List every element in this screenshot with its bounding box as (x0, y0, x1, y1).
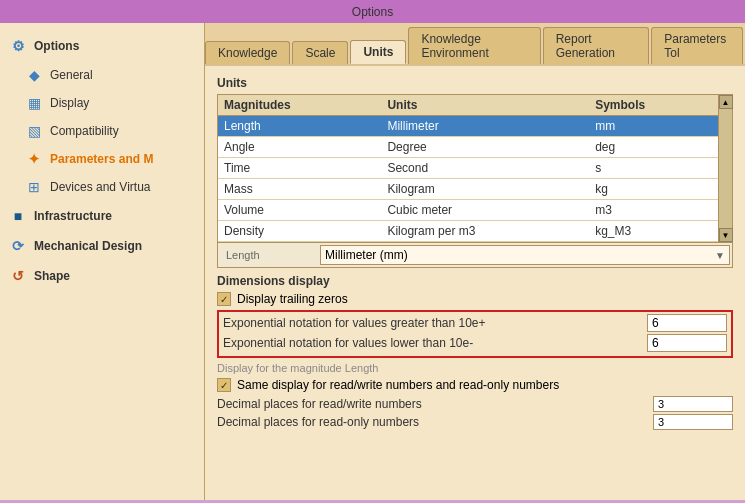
tab-parameters-tol[interactable]: Parameters Tol (651, 27, 743, 64)
trailing-zeros-row: ✓ Display trailing zeros (217, 292, 733, 306)
units-table-container: Magnitudes Units Symbols LengthMillimete… (217, 94, 733, 243)
exp-lower-row: Exponential notation for values lower th… (223, 334, 727, 352)
table-cell-magnitude: Mass (218, 179, 381, 200)
table-cell-magnitude: Volume (218, 200, 381, 221)
table-cell-symbol: kg (589, 179, 718, 200)
table-cell-symbol: kg_M3 (589, 221, 718, 242)
content-area: Knowledge Scale Units Knowledge Environm… (205, 23, 745, 500)
units-dropdown[interactable]: Millimeter (mm) ▼ (320, 245, 730, 265)
tab-bar: Knowledge Scale Units Knowledge Environm… (205, 23, 745, 66)
col-magnitudes: Magnitudes (218, 95, 381, 116)
sidebar-item-compatibility[interactable]: ▧ Compatibility (0, 117, 204, 145)
dimensions-display-section: Dimensions display ✓ Display trailing ze… (217, 274, 733, 430)
dim-section-label: Dimensions display (217, 274, 733, 288)
sidebar-label-shape: Shape (34, 269, 70, 283)
sidebar-item-parameters[interactable]: ✦ Parameters and M (0, 145, 204, 173)
sidebar-item-options[interactable]: ⚙ Options (0, 31, 204, 61)
sidebar: ⚙ Options ◆ General ▦ Display ▧ Compatib… (0, 23, 205, 500)
exp-fields-container: Exponential notation for values greater … (217, 310, 733, 358)
dropdown-label: Length (220, 247, 320, 263)
table-row[interactable]: AngleDegreedeg (218, 137, 718, 158)
table-cell-magnitude: Density (218, 221, 381, 242)
table-cell-unit: Cubic meter (381, 200, 589, 221)
sidebar-label-infrastructure: Infrastructure (34, 209, 112, 223)
table-row[interactable]: LengthMillimetermm (218, 116, 718, 137)
panel-units: Units Magnitudes Units Symbols LengthMil… (205, 66, 745, 500)
trailing-zeros-label: Display trailing zeros (237, 292, 348, 306)
mech-icon: ⟳ (8, 236, 28, 256)
decimal-ro-row: Decimal places for read-only numbers (217, 414, 733, 430)
col-units: Units (381, 95, 589, 116)
exp-lower-label: Exponential notation for values lower th… (223, 336, 647, 350)
tab-knowledge-env[interactable]: Knowledge Environment (408, 27, 540, 64)
table-cell-unit: Degree (381, 137, 589, 158)
same-display-label: Same display for read/write numbers and … (237, 378, 559, 392)
sidebar-label-options: Options (34, 39, 79, 53)
units-dropdown-row: Length Millimeter (mm) ▼ (217, 243, 733, 268)
units-table: Magnitudes Units Symbols LengthMillimete… (218, 95, 718, 242)
table-cell-symbol: s (589, 158, 718, 179)
sidebar-label-mechanical: Mechanical Design (34, 239, 142, 253)
decimal-rw-label: Decimal places for read/write numbers (217, 397, 653, 411)
table-row[interactable]: TimeSeconds (218, 158, 718, 179)
table-row[interactable]: VolumeCubic meterm3 (218, 200, 718, 221)
table-cell-unit: Kilogram per m3 (381, 221, 589, 242)
decimal-ro-input[interactable] (653, 414, 733, 430)
sidebar-label-parameters: Parameters and M (50, 152, 153, 166)
title-bar: Options (0, 0, 745, 23)
units-section-label: Units (217, 76, 733, 90)
units-scrollbar[interactable]: ▲ ▼ (718, 95, 732, 242)
col-symbols: Symbols (589, 95, 718, 116)
sidebar-item-display[interactable]: ▦ Display (0, 89, 204, 117)
sidebar-item-infrastructure[interactable]: ■ Infrastructure (0, 201, 204, 231)
sidebar-item-devices[interactable]: ⊞ Devices and Virtua (0, 173, 204, 201)
title-text: Options (352, 5, 393, 19)
exp-greater-label: Exponential notation for values greater … (223, 316, 647, 330)
table-cell-magnitude: Length (218, 116, 381, 137)
table-row[interactable]: MassKilogramkg (218, 179, 718, 200)
sidebar-item-mechanical[interactable]: ⟳ Mechanical Design (0, 231, 204, 261)
table-cell-unit: Kilogram (381, 179, 589, 200)
general-icon: ◆ (24, 65, 44, 85)
decimal-rw-row: Decimal places for read/write numbers (217, 396, 733, 412)
exp-lower-input[interactable] (647, 334, 727, 352)
decimal-ro-label: Decimal places for read-only numbers (217, 415, 653, 429)
table-cell-magnitude: Angle (218, 137, 381, 158)
sidebar-label-general: General (50, 68, 93, 82)
shape-icon: ↺ (8, 266, 28, 286)
table-cell-symbol: deg (589, 137, 718, 158)
exp-greater-input[interactable] (647, 314, 727, 332)
tab-units[interactable]: Units (350, 40, 406, 64)
exp-greater-row: Exponential notation for values greater … (223, 314, 727, 332)
table-cell-symbol: m3 (589, 200, 718, 221)
scroll-up-arrow[interactable]: ▲ (719, 95, 733, 109)
compat-icon: ▧ (24, 121, 44, 141)
table-cell-unit: Second (381, 158, 589, 179)
trailing-zeros-checkbox[interactable]: ✓ (217, 292, 231, 306)
sidebar-label-devices: Devices and Virtua (50, 180, 151, 194)
table-row[interactable]: DensityKilogram per m3kg_M3 (218, 221, 718, 242)
units-table-inner: Magnitudes Units Symbols LengthMillimete… (218, 95, 718, 242)
dropdown-arrow-icon: ▼ (715, 250, 725, 261)
dropdown-value: Millimeter (mm) (325, 248, 408, 262)
options-icon: ⚙ (8, 36, 28, 56)
sidebar-item-general[interactable]: ◆ General (0, 61, 204, 89)
tab-scale[interactable]: Scale (292, 41, 348, 64)
same-display-row: ✓ Same display for read/write numbers an… (217, 378, 733, 392)
same-display-checkbox[interactable]: ✓ (217, 378, 231, 392)
tab-report-gen[interactable]: Report Generation (543, 27, 650, 64)
table-cell-magnitude: Time (218, 158, 381, 179)
params-icon: ✦ (24, 149, 44, 169)
tab-knowledge[interactable]: Knowledge (205, 41, 290, 64)
display-icon: ▦ (24, 93, 44, 113)
sidebar-label-compatibility: Compatibility (50, 124, 119, 138)
sidebar-label-display: Display (50, 96, 89, 110)
infra-icon: ■ (8, 206, 28, 226)
sidebar-item-shape[interactable]: ↺ Shape (0, 261, 204, 291)
devices-icon: ⊞ (24, 177, 44, 197)
table-cell-unit: Millimeter (381, 116, 589, 137)
sub-section-label: Display for the magnitude Length (217, 362, 733, 374)
table-cell-symbol: mm (589, 116, 718, 137)
scroll-down-arrow[interactable]: ▼ (719, 228, 733, 242)
decimal-rw-input[interactable] (653, 396, 733, 412)
